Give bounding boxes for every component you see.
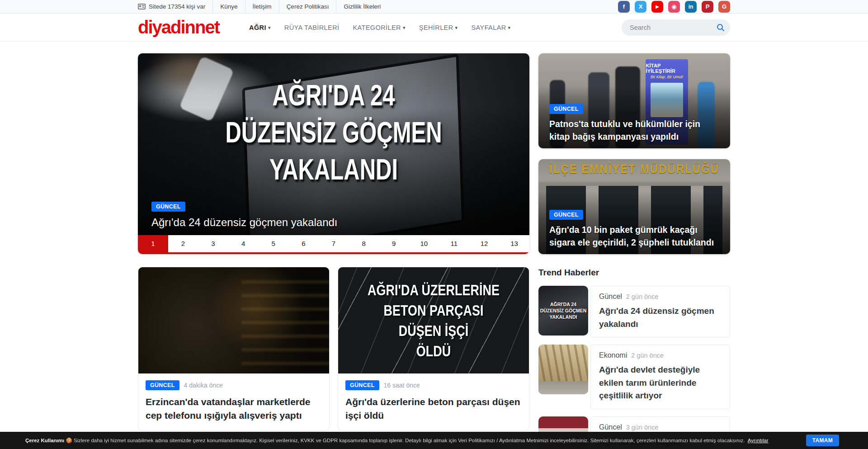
cookie-details-link[interactable]: Ayrıntılar bbox=[748, 438, 769, 443]
search-button[interactable] bbox=[714, 21, 727, 34]
pager-page-12[interactable]: 12 bbox=[469, 235, 500, 252]
hero-slide-title[interactable]: Ağrı'da 24 düzensiz göçmen yakalandı bbox=[151, 216, 516, 229]
topbar-link-gizlilik-ilkeleri[interactable]: Gizlilik İlkeleri bbox=[336, 0, 388, 13]
featured-title[interactable]: Patnos'ta tutuklu ve hükümlüler için kit… bbox=[549, 118, 723, 143]
cookie-accept-button[interactable]: TAMAM bbox=[806, 435, 839, 446]
nav-item-kategoriler[interactable]: KATEGORİLER ▾ bbox=[353, 24, 405, 31]
trend-heading: Trend Haberler bbox=[538, 268, 730, 278]
pager-page-11[interactable]: 11 bbox=[439, 235, 469, 252]
category-badge[interactable]: GÜNCEL bbox=[146, 380, 179, 390]
pager-page-3[interactable]: 3 bbox=[198, 235, 228, 252]
category-badge[interactable]: GÜNCEL bbox=[345, 380, 379, 390]
instagram-icon[interactable]: ◉ bbox=[668, 1, 680, 13]
cookie-body-text: Sizlere daha iyi hizmet sunabilmek adına… bbox=[74, 438, 745, 443]
timestamp: 16 saat önce bbox=[384, 382, 420, 389]
search-icon bbox=[717, 24, 725, 32]
featured-card-emniyet[interactable]: İLÇE EMNİYET MÜDÜRLÜĞÜ GÜNCEL Ağrı'da 10… bbox=[538, 159, 730, 254]
pager-page-2[interactable]: 2 bbox=[168, 235, 198, 252]
trend-thumbnail[interactable]: AĞRI'DA 24 DÜZENSİZ GÖÇMEN YAKALANDI bbox=[538, 286, 588, 336]
main-nav: AĞRI ▾ RÜYA TABİRLERİ KATEGORİLER ▾ ŞEHİ… bbox=[249, 24, 510, 31]
news-title[interactable]: Ağrı'da üzerlerine beton parçası düşen i… bbox=[345, 395, 522, 422]
pager-page-9[interactable]: 9 bbox=[379, 235, 409, 252]
trend-card[interactable]: Ekonomi 2 gün önce Ağrı'da devlet desteğ… bbox=[590, 345, 730, 409]
site-header: diyadinnet AĞRI ▾ RÜYA TABİRLERİ KATEGOR… bbox=[0, 14, 868, 42]
chevron-down-icon: ▾ bbox=[508, 25, 511, 31]
pager-page-7[interactable]: 7 bbox=[319, 235, 349, 252]
news-image-market[interactable] bbox=[138, 267, 329, 373]
news-card-beton[interactable]: AĞRI'DA ÜZERLERİNE BETON PARÇASI DÜŞEN İ… bbox=[338, 267, 529, 431]
google-icon[interactable]: G bbox=[718, 1, 730, 13]
id-card-icon bbox=[138, 4, 146, 9]
topbar-link-cerez-politikasi[interactable]: Çerez Politikası bbox=[279, 0, 336, 13]
nav-item-agri[interactable]: AĞRI ▾ bbox=[249, 24, 271, 31]
social-links: f X ▶ ◉ in P G bbox=[618, 1, 730, 13]
chevron-down-icon: ▾ bbox=[403, 25, 406, 31]
timestamp: 2 gün önce bbox=[631, 352, 664, 359]
facebook-icon[interactable]: f bbox=[618, 1, 630, 13]
main-content: AĞRI'DA 24 DÜZENSİZ GÖÇMEN YAKALANDI GÜN… bbox=[138, 42, 730, 449]
chevron-down-icon: ▾ bbox=[268, 25, 271, 31]
trend-category[interactable]: Güncel bbox=[599, 293, 622, 301]
pinterest-icon[interactable]: P bbox=[702, 1, 713, 13]
site-logo[interactable]: diyadinnet bbox=[138, 17, 219, 38]
sidebar: KİTAP İYİLEŞTİRİR Bir Kitap, Bir Umut! G… bbox=[538, 53, 730, 449]
trend-item-2[interactable]: Ekonomi 2 gün önce Ağrı'da devlet desteğ… bbox=[538, 345, 730, 409]
hero-overlay-headline: AĞRI'DA 24 DÜZENSİZ GÖÇMEN YAKALANDI bbox=[138, 77, 529, 188]
hero-carousel: AĞRI'DA 24 DÜZENSİZ GÖÇMEN YAKALANDI GÜN… bbox=[138, 53, 529, 254]
trend-category[interactable]: Güncel bbox=[599, 423, 622, 431]
nav-item-ruya-tabirleri[interactable]: RÜYA TABİRLERİ bbox=[284, 24, 340, 31]
trend-item-1[interactable]: AĞRI'DA 24 DÜZENSİZ GÖÇMEN YAKALANDI Gün… bbox=[538, 286, 730, 337]
thumbnail-overlay-text: AĞRI'DA 24 DÜZENSİZ GÖÇMEN YAKALANDI bbox=[538, 286, 588, 336]
topbar-link-iletisim[interactable]: İletişim bbox=[245, 0, 279, 13]
cookie-emoji: 🍪 bbox=[66, 438, 72, 443]
pager-page-4[interactable]: 4 bbox=[228, 235, 259, 252]
image-overlay-text: AĞRI'DA ÜZERLERİNE BETON PARÇASI DÜŞEN İ… bbox=[338, 267, 529, 373]
trend-thumbnail[interactable] bbox=[538, 345, 588, 394]
category-badge[interactable]: GÜNCEL bbox=[151, 202, 185, 212]
trend-title[interactable]: Ağrı'da devlet desteğiyle ekilen tarım ü… bbox=[599, 364, 722, 402]
category-badge[interactable]: GÜNCEL bbox=[549, 210, 583, 220]
trend-category[interactable]: Ekonomi bbox=[599, 351, 627, 359]
timestamp: 4 dakika önce bbox=[184, 382, 223, 389]
pager-page-8[interactable]: 8 bbox=[349, 235, 379, 252]
category-badge[interactable]: GÜNCEL bbox=[549, 104, 583, 114]
nav-item-sayfalar[interactable]: SAYFALAR ▾ bbox=[472, 24, 511, 31]
trend-title[interactable]: Ağrı'da 24 düzensiz göçmen yakalandı bbox=[599, 305, 722, 331]
hero-slide-image[interactable]: AĞRI'DA 24 DÜZENSİZ GÖÇMEN YAKALANDI GÜN… bbox=[138, 53, 529, 235]
visitor-counter-label: Sitede 17354 kişi var bbox=[149, 3, 205, 10]
youtube-icon[interactable]: ▶ bbox=[651, 1, 663, 13]
news-image-beton[interactable]: AĞRI'DA ÜZERLERİNE BETON PARÇASI DÜŞEN İ… bbox=[338, 267, 529, 373]
cookie-message: Çerez Kullanımı 🍪 Sizlere daha iyi hizme… bbox=[25, 437, 798, 444]
news-card-erzincan[interactable]: GÜNCEL 4 dakika önce Erzincan'da vatanda… bbox=[138, 267, 330, 431]
search-bar bbox=[622, 19, 730, 36]
trend-card[interactable]: Güncel 2 gün önce Ağrı'da 24 düzensiz gö… bbox=[590, 286, 730, 337]
linkedin-icon[interactable]: in bbox=[685, 1, 697, 13]
featured-title[interactable]: Ağrı'da 10 bin paket gümrük kaçağı sigar… bbox=[549, 224, 723, 249]
pager-page-13[interactable]: 13 bbox=[499, 235, 529, 252]
pager-page-10[interactable]: 10 bbox=[409, 235, 439, 252]
carousel-pagination: 1 2 3 4 5 6 7 8 9 10 11 12 13 bbox=[138, 235, 529, 254]
featured-card-kitap[interactable]: KİTAP İYİLEŞTİRİR Bir Kitap, Bir Umut! G… bbox=[538, 53, 730, 148]
topbar-link-kunye[interactable]: Künye bbox=[213, 0, 245, 13]
timestamp: 2 gün önce bbox=[626, 293, 659, 300]
topbar: Sitede 17354 kişi var Künye İletişim Çer… bbox=[0, 0, 868, 14]
pager-page-5[interactable]: 5 bbox=[258, 235, 288, 252]
x-twitter-icon[interactable]: X bbox=[635, 1, 646, 13]
cookie-lead: Çerez Kullanımı bbox=[25, 438, 64, 443]
cookie-banner: Çerez Kullanımı 🍪 Sizlere daha iyi hizme… bbox=[0, 432, 868, 449]
pager-page-1[interactable]: 1 bbox=[138, 235, 168, 252]
visitor-counter: Sitede 17354 kişi var bbox=[138, 0, 212, 13]
chevron-down-icon: ▾ bbox=[455, 25, 458, 31]
timestamp: 3 gün önce bbox=[626, 424, 659, 431]
news-title[interactable]: Erzincan'da vatandaşlar marketlerde cep … bbox=[146, 395, 322, 422]
pager-page-6[interactable]: 6 bbox=[288, 235, 319, 252]
nav-item-sehirler[interactable]: ŞEHİRLER ▾ bbox=[419, 24, 458, 31]
